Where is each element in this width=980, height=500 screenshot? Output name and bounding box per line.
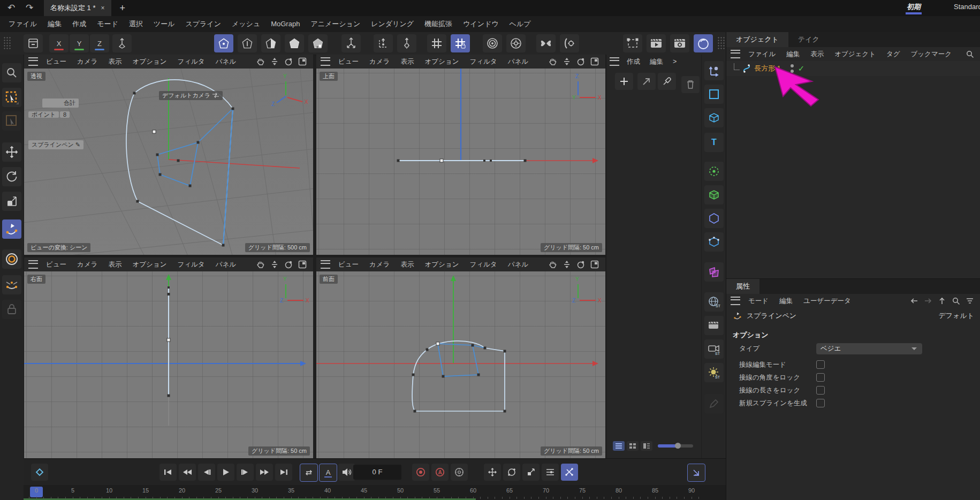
pan-hand-icon[interactable]	[254, 260, 267, 269]
vp-menu-display[interactable]: 表示	[396, 260, 419, 269]
menu-mesh[interactable]: メッシュ	[226, 16, 265, 32]
record-pla-toggle[interactable]	[561, 464, 578, 481]
viewport-top-canvas[interactable]: Z X Y 上面 グリッド間隔: 50 cm	[316, 69, 605, 255]
object-name[interactable]: 長方形.1	[754, 64, 781, 73]
vp-menu-camera[interactable]: カメラ	[364, 57, 394, 66]
pen-dim-icon[interactable]	[704, 394, 724, 413]
viewport-perspective[interactable]: ビュー カメラ 表示 オプション フィルタ パネル	[24, 55, 313, 255]
drag-grip[interactable]	[3, 36, 11, 50]
new-tab-button[interactable]: +	[120, 3, 126, 14]
render-settings-button[interactable]	[506, 34, 526, 52]
snap-grid-lock-button[interactable]	[451, 34, 470, 52]
prev-key-button[interactable]	[179, 464, 196, 481]
slider-handle[interactable]	[675, 443, 681, 449]
attr-menu-mode[interactable]: モード	[743, 297, 773, 306]
vp-menu-panel[interactable]: パネル	[503, 260, 533, 269]
detail-view-toggle[interactable]	[641, 441, 652, 451]
circle-spline-tool[interactable]	[2, 249, 21, 269]
scale-tool[interactable]	[2, 192, 21, 211]
om-menu-file[interactable]: ファイル	[743, 50, 780, 59]
edit-render-settings-button[interactable]	[670, 34, 689, 52]
pan-hand-icon[interactable]	[546, 260, 559, 269]
camera-chip[interactable]: デフォルトカメラ	[159, 91, 223, 100]
maximize-view-icon[interactable]	[588, 260, 601, 269]
rectangle-select-tool[interactable]	[2, 88, 21, 107]
keyframe-settings-button[interactable]	[451, 464, 468, 481]
selected-point[interactable]	[436, 342, 439, 345]
menu-animation[interactable]: アニメーション	[305, 16, 366, 32]
symmetry-butterfly-button[interactable]	[536, 34, 556, 52]
menu-file[interactable]: ファイル	[3, 16, 42, 32]
vp-menu-panel[interactable]: パネル	[211, 57, 241, 66]
orbit-icon[interactable]	[282, 57, 295, 66]
goto-start-button[interactable]	[159, 464, 177, 481]
menu-spline[interactable]: スプライン	[180, 16, 226, 32]
render-view-button[interactable]	[483, 34, 502, 52]
viewport-menu-icon[interactable]	[321, 57, 330, 66]
maximize-view-icon[interactable]	[296, 260, 309, 269]
vp-menu-view[interactable]: ビュー	[333, 260, 363, 269]
vp-menu-display[interactable]: 表示	[103, 57, 126, 66]
vp-menu-camera[interactable]: カメラ	[72, 260, 102, 269]
search-commander-button[interactable]	[2, 63, 21, 82]
record-position-toggle[interactable]	[484, 464, 501, 481]
live-select-tool[interactable]	[2, 111, 21, 131]
axis-x-button[interactable]: X	[49, 34, 69, 52]
menu-tools[interactable]: ツール	[148, 16, 180, 32]
vp-menu-options[interactable]: オプション	[127, 260, 171, 269]
record-keyframe-button[interactable]	[412, 464, 429, 481]
back-arrow-icon[interactable]	[908, 296, 921, 306]
search-icon[interactable]	[949, 296, 962, 306]
coordinate-system-button[interactable]	[112, 34, 132, 52]
up-arrow-icon[interactable]	[936, 296, 948, 306]
workplane-grid-button[interactable]	[427, 34, 446, 52]
record-rotation-toggle[interactable]	[503, 464, 520, 481]
axis-z-button[interactable]: Z	[90, 34, 109, 52]
orbit-icon[interactable]	[282, 260, 295, 269]
selected-point[interactable]	[153, 130, 156, 133]
viewport-right-canvas[interactable]: Y X Z 右面 グリッド間隔: 50 cm	[24, 271, 313, 458]
render-in-viewer-button[interactable]	[647, 34, 666, 52]
panel-menu-icon[interactable]	[731, 297, 740, 305]
move-tool[interactable]	[2, 142, 21, 162]
layout-selector[interactable]: 初期	[907, 2, 921, 12]
vp-menu-display[interactable]: 表示	[103, 260, 126, 269]
polygon-pair-icon[interactable]	[704, 262, 724, 282]
save-button[interactable]	[24, 34, 43, 52]
maximize-view-icon[interactable]	[588, 57, 601, 66]
tab-objects[interactable]: オブジェクト	[726, 32, 788, 47]
checkbox-lock-tangent-angle[interactable]	[816, 373, 825, 382]
dolly-icon[interactable]	[560, 260, 573, 269]
spline-arc-tool[interactable]	[2, 275, 21, 294]
forward-arrow-icon[interactable]	[922, 296, 935, 306]
selected-point[interactable]	[167, 338, 170, 342]
green-cube-icon[interactable]	[704, 185, 724, 204]
model-mode-button[interactable]	[285, 34, 304, 52]
vp-menu-panel[interactable]: パネル	[211, 260, 241, 269]
vp-menu-panel[interactable]: パネル	[503, 57, 533, 66]
object-row-rectangle1[interactable]: 長方形.1 ✓	[726, 61, 980, 76]
attr-menu-userdata[interactable]: ユーザーデータ	[799, 297, 856, 306]
dolly-icon[interactable]	[268, 260, 281, 269]
sound-playback-button[interactable]: A	[319, 464, 337, 482]
menu-mograph[interactable]: MoGraph	[265, 16, 305, 32]
edges-mode-button[interactable]	[238, 34, 257, 52]
maximize-view-icon[interactable]	[296, 57, 309, 66]
selected-point[interactable]	[440, 159, 443, 162]
menu-select[interactable]: 選択	[124, 16, 148, 32]
eyedropper-button[interactable]	[658, 73, 676, 90]
vp-menu-filter[interactable]: フィルタ	[172, 260, 209, 269]
polygons-mode-button[interactable]	[261, 34, 280, 52]
preset-default-button[interactable]: デフォルト	[938, 311, 974, 321]
axis-y-button[interactable]: Y	[70, 34, 89, 52]
modeling-settings-button[interactable]	[560, 34, 579, 52]
vp-menu-options[interactable]: オプション	[420, 260, 464, 269]
vp-menu-options[interactable]: オプション	[420, 57, 464, 66]
cube-wireframe-icon[interactable]	[704, 108, 724, 127]
timeline-ruler[interactable]: 0 5 10 15 20 25 30 35 40 45 50 55 60 65 …	[24, 485, 726, 500]
viewport-front[interactable]: ビュー カメラ 表示 オプション フィルタ パネル	[316, 257, 605, 458]
points-mode-button[interactable]	[214, 34, 233, 52]
checkbox-lock-tangent-length[interactable]	[816, 386, 825, 395]
om-menu-edit[interactable]: 編集	[781, 50, 804, 59]
add-button[interactable]	[615, 73, 633, 90]
